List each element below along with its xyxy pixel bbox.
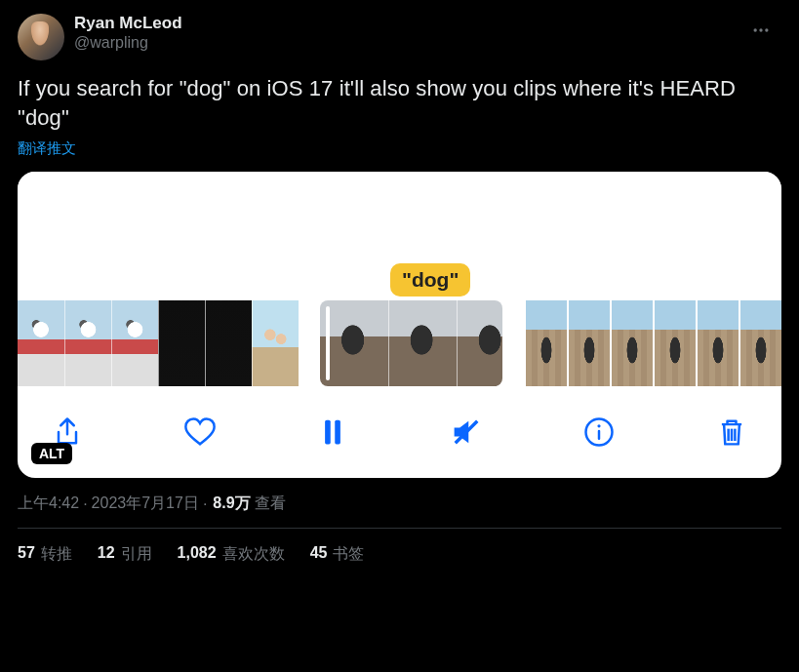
timeline-frame: [610, 300, 653, 386]
pause-button[interactable]: [310, 410, 355, 455]
timeline-frame: [252, 300, 299, 386]
timeline-frame: [567, 300, 610, 386]
stat-label: 书签: [333, 544, 364, 565]
views-count[interactable]: 8.9万: [213, 494, 250, 514]
video-timeline[interactable]: [18, 300, 781, 390]
timeline-frame: [18, 300, 64, 386]
tweet-header: Ryan McLeod @warpling: [18, 14, 781, 60]
avatar[interactable]: [18, 14, 64, 60]
author-block: Ryan McLeod @warpling: [74, 14, 182, 53]
stat-label: 引用: [121, 544, 152, 565]
trash-icon: [714, 415, 749, 450]
tweet-date[interactable]: 2023年7月17日: [92, 494, 199, 514]
clip-group[interactable]: [18, 300, 299, 386]
more-icon: [751, 20, 771, 40]
timeline-frame: [205, 300, 252, 386]
media-whitespace: [18, 172, 781, 263]
pause-icon: [315, 415, 350, 450]
meta-row: 上午4:42 · 2023年7月17日 · 8.9万 查看: [18, 494, 781, 514]
timeline-frame: [739, 300, 781, 386]
tweet-text: If you search for "dog" on iOS 17 it'll …: [18, 74, 781, 132]
stat-count: 12: [98, 544, 115, 565]
timeline-frame: [653, 300, 696, 386]
quotes-stat[interactable]: 12 引用: [98, 544, 152, 565]
retweets-stat[interactable]: 57 转推: [18, 544, 72, 565]
timeline-frame: [524, 300, 567, 386]
info-icon: [581, 415, 617, 450]
stat-label: 喜欢次数: [222, 544, 285, 565]
views-label: 查看: [255, 494, 286, 514]
dot-separator: ·: [83, 495, 87, 513]
timeline-frame: [457, 300, 502, 386]
timeline-frame: [64, 300, 111, 386]
stat-count: 45: [310, 544, 328, 565]
translate-link[interactable]: 翻译推文: [18, 139, 781, 158]
tweet-container: Ryan McLeod @warpling If you search for …: [0, 0, 799, 578]
search-token-row: "dog": [18, 263, 781, 300]
media-card[interactable]: "dog": [18, 172, 781, 478]
search-token-badge: "dog": [390, 263, 470, 296]
info-button[interactable]: [577, 410, 621, 455]
like-button[interactable]: [178, 410, 222, 455]
alt-badge[interactable]: ALT: [31, 443, 72, 464]
media-toolbar: [18, 390, 781, 478]
stat-count: 1,082: [178, 544, 217, 565]
author-name[interactable]: Ryan McLeod: [74, 14, 182, 33]
heart-icon: [182, 415, 218, 450]
timeline-frame: [388, 300, 457, 386]
svg-point-2: [765, 28, 768, 31]
author-handle[interactable]: @warpling: [74, 33, 182, 52]
mute-icon: [449, 415, 484, 450]
clip-group[interactable]: [320, 300, 502, 386]
svg-point-8: [597, 425, 600, 428]
delete-button[interactable]: [709, 410, 754, 455]
timeline-frame: [158, 300, 205, 386]
stats-row: 57 转推 12 引用 1,082 喜欢次数 45 书签: [18, 529, 781, 565]
stat-count: 57: [18, 544, 35, 565]
dot-separator: ·: [203, 495, 207, 513]
timeline-frame: [111, 300, 158, 386]
mute-button[interactable]: [444, 410, 489, 455]
timeline-frame: [696, 300, 739, 386]
bookmarks-stat[interactable]: 45 书签: [310, 544, 365, 565]
svg-point-1: [759, 28, 762, 31]
timeline-frame: [320, 300, 388, 386]
stat-label: 转推: [41, 544, 72, 565]
more-button[interactable]: [744, 14, 778, 47]
svg-rect-4: [336, 420, 341, 445]
likes-stat[interactable]: 1,082 喜欢次数: [178, 544, 285, 565]
tweet-time[interactable]: 上午4:42: [18, 494, 79, 514]
clip-group[interactable]: [524, 300, 781, 386]
svg-point-0: [754, 28, 757, 31]
svg-rect-3: [326, 420, 332, 445]
